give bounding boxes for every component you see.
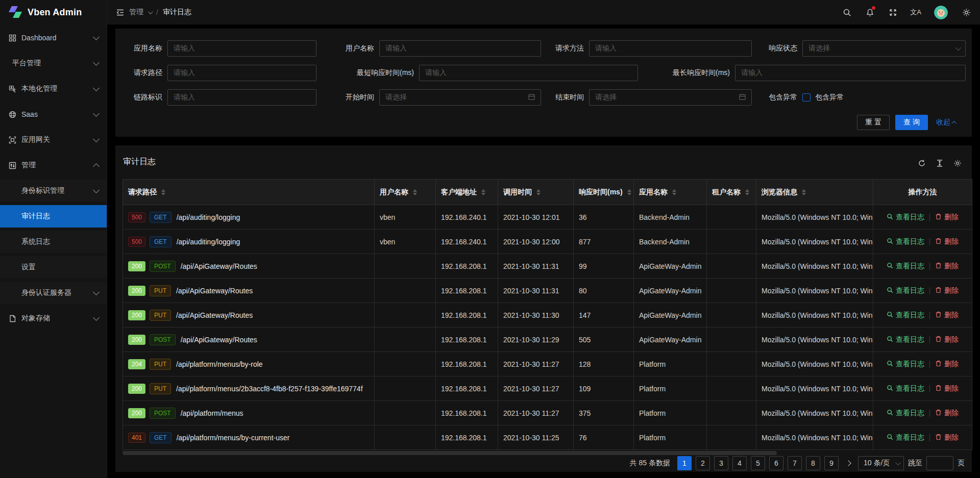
sidebar-item-5[interactable]: 应用网关 [0,129,107,151]
request-path: /api/ApiGateway/Routes [176,311,253,319]
search-icon[interactable] [842,8,851,17]
table-row: 200PUT/api/platform/menus/2b3accf8-4fb8-… [123,376,972,401]
page-button-5[interactable]: 5 [751,456,765,470]
delete-button[interactable]: 删除 [935,335,959,344]
translate-icon[interactable]: 文A [911,8,920,17]
page-button-4[interactable]: 4 [732,456,747,470]
settings-icon[interactable] [962,8,971,17]
view-log-button[interactable]: 查看日志 [887,237,924,246]
page-button-8[interactable]: 8 [806,456,820,470]
chevron-down-icon [93,34,100,40]
column-header-应用名称[interactable]: 应用名称 [634,180,707,205]
column-label: 响应时间(ms) [579,188,623,196]
sidebar-item-2[interactable]: 平台管理 [0,52,107,74]
sidebar-item-12[interactable]: 对象存储 [0,307,107,330]
page-size-select[interactable]: 10 条/页 [858,456,904,470]
refresh-icon[interactable] [918,159,926,167]
sort-icon[interactable] [627,189,631,195]
column-label: 调用时间 [503,188,532,196]
delete-button[interactable]: 删除 [935,286,959,295]
text-input[interactable]: 请输入 [419,65,638,81]
sidebar-item-3[interactable]: 本地化管理 [0,78,107,100]
view-log-button[interactable]: 查看日志 [887,433,924,442]
column-header-浏览器信息[interactable]: 浏览器信息 [756,180,873,205]
delete-button[interactable]: 删除 [935,360,959,369]
sort-icon[interactable] [161,189,165,195]
sidebar-item-6[interactable]: 管理 [0,154,107,177]
text-input[interactable]: 请输入 [589,40,752,57]
select-input[interactable]: 请选择 [802,40,966,57]
text-input[interactable]: 请输入 [167,89,316,106]
delete-button[interactable]: 删除 [935,384,959,393]
column-header-客户端地址[interactable]: 客户端地址 [436,180,498,205]
column-header-用户名称[interactable]: 用户名称 [375,180,436,205]
placeholder-text: 请选择 [385,93,407,102]
delete-button[interactable]: 删除 [935,237,959,246]
client-address-cell: 192.168.208.1 [436,352,498,376]
sidebar-item-4[interactable]: Saas [0,103,107,125]
delete-button[interactable]: 删除 [935,409,959,418]
sidebar-item-9[interactable]: 系统日志 [0,231,107,253]
view-log-button[interactable]: 查看日志 [887,262,924,271]
text-input[interactable]: 请输入 [379,40,541,57]
avatar[interactable] [934,6,948,19]
include-exception-checkbox[interactable] [802,93,811,102]
view-log-button[interactable]: 查看日志 [887,409,924,418]
column-header-租户名称[interactable]: 租户名称 [707,180,756,205]
fullscreen-icon[interactable] [888,8,897,17]
sidebar-item-10[interactable]: 设置 [0,256,107,279]
page-button-7[interactable]: 7 [788,456,802,470]
date-picker-input[interactable]: 请选择 [379,89,541,106]
view-log-button[interactable]: 查看日志 [887,286,924,295]
page-button-1[interactable]: 1 [677,456,692,470]
delete-button[interactable]: 删除 [935,213,959,222]
column-header-响应时间(ms)[interactable]: 响应时间(ms) [574,180,634,205]
elapsed-ms-cell: 99 [574,254,634,279]
next-page-button[interactable] [843,456,854,470]
delete-button[interactable]: 删除 [935,433,959,442]
request-path: /api/platform/menus [181,409,243,417]
column-header-调用时间[interactable]: 调用时间 [498,180,574,205]
breadcrumb-current: 审计日志 [163,8,191,17]
column-height-icon[interactable] [936,159,944,167]
text-input[interactable]: 请输入 [167,40,316,57]
sidebar-item-7[interactable]: 身份标识管理 [0,180,107,202]
view-log-button[interactable]: 查看日志 [887,360,924,369]
view-log-button[interactable]: 查看日志 [887,384,924,393]
call-time-cell: 2021-10-30 11:25 [498,425,574,450]
page-button-9[interactable]: 9 [824,456,839,470]
sort-icon[interactable] [802,189,806,195]
sidebar-item-11[interactable]: 身份认证服务器 [0,282,107,304]
sort-icon[interactable] [672,189,676,195]
sort-icon[interactable] [745,189,749,195]
delete-label: 删除 [944,311,959,320]
search-button[interactable]: 查 询 [895,115,928,130]
sidebar-item-8[interactable]: 审计日志 [0,205,107,228]
delete-button[interactable]: 删除 [935,311,959,320]
view-log-button[interactable]: 查看日志 [887,213,924,222]
sort-icon[interactable] [413,189,417,195]
column-header-请求路径[interactable]: 请求路径 [123,180,375,205]
sort-icon[interactable] [481,189,485,195]
view-log-button[interactable]: 查看日志 [887,311,924,320]
reset-button[interactable]: 重 置 [857,115,890,130]
sidebar-item-1[interactable]: Dashboard [0,27,107,49]
page-button-2[interactable]: 2 [696,456,710,470]
page-button-6[interactable]: 6 [769,456,783,470]
collapse-link[interactable]: 收起 [936,118,957,127]
text-input[interactable]: 请输入 [167,65,316,81]
sort-icon[interactable] [536,189,541,195]
breadcrumb-section[interactable]: 管理 [129,8,143,17]
settings-icon[interactable] [953,159,962,167]
delete-button[interactable]: 删除 [935,262,959,271]
text-input[interactable]: 请输入 [735,65,966,81]
date-picker-input[interactable]: 请选择 [589,89,752,106]
app-logo[interactable]: Vben Admin [0,0,107,24]
page-button-3[interactable]: 3 [714,456,728,470]
jump-page-input[interactable] [926,456,953,470]
view-log-button[interactable]: 查看日志 [887,335,924,344]
horizontal-scrollbar[interactable] [122,451,777,455]
bell-icon[interactable] [865,8,874,17]
menu-fold-icon[interactable] [115,8,125,17]
status-badge: 401 [128,433,145,443]
